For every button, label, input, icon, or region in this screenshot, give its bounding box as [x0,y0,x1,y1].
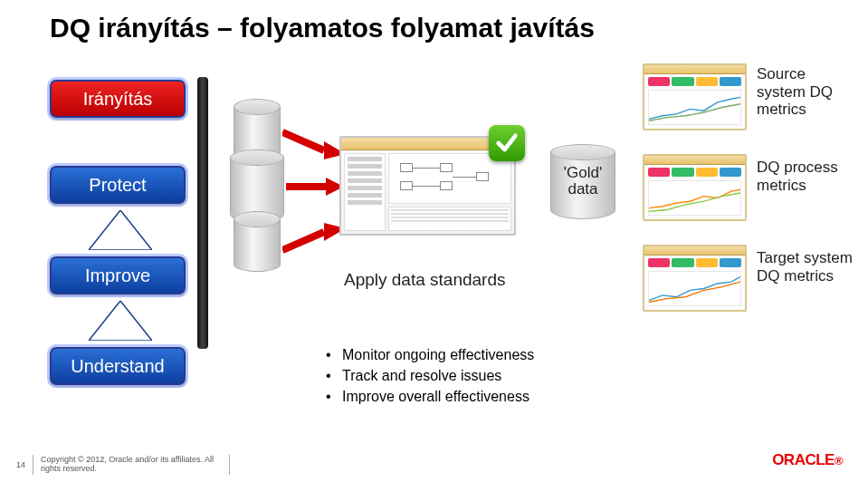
red-arrow-1 [282,129,348,159]
apply-standards-label: Apply data standards [344,270,506,290]
dashboard-thumb-target [643,245,747,312]
title-main: DQ irányítás [50,13,210,43]
stage-protect-label: Protect [89,175,146,196]
stage-improve-label: Improve [85,265,150,286]
cylinder-source-3 [234,219,281,272]
gold-label-1: 'Gold' [550,165,615,181]
bullet-monitor: Monitor ongoing effectiveness [326,344,534,365]
page-number: 14 [16,460,25,469]
svg-line-6 [282,232,324,250]
stage-protect: Protect [50,166,186,204]
arrow-up-1 [89,210,152,250]
understand-bullets: Monitor ongoing effectiveness Track and … [326,344,534,408]
stage-iranyitas-label: Irányítás [83,89,153,110]
checkmark-icon [489,125,525,161]
label-target-metrics: Target system DQ metrics [757,249,856,284]
title-sub: – folyamatos folyamat javítás [217,13,595,43]
label-process-metrics: DQ process metrics [757,159,856,194]
oracle-logo-text: ORACLE [772,451,835,468]
oracle-logo: ORACLE® [772,451,843,469]
copyright-text: Copyright © 2012, Oracle and/or its affi… [41,456,222,474]
label-source-metrics: Source system DQ metrics [757,65,856,119]
dashboard-thumb-process [643,154,747,221]
footer: 14 Copyright © 2012, Oracle and/or its a… [16,455,230,475]
stage-understand: Understand [50,347,186,385]
stage-iranyitas: Irányítás [50,80,186,118]
red-arrow-3 [282,223,348,254]
gold-data-cylinder: 'Gold' data [550,152,615,219]
dashboard-thumb-source [643,63,747,130]
stage-improve: Improve [50,256,186,294]
arrow-up-2 [89,301,152,341]
svg-marker-1 [89,301,152,341]
svg-marker-0 [89,210,152,250]
page-title: DQ irányítás – folyamatos folyamat javít… [50,13,595,43]
red-arrow-2 [286,178,346,196]
footer-divider [33,455,33,475]
gold-label-2: data [550,181,615,198]
bullet-track: Track and resolve issues [326,365,534,386]
footer-divider-2 [229,455,230,475]
bullet-improve: Improve overall effectiveness [326,386,534,407]
svg-line-2 [282,132,324,150]
stage-connector-bar [197,77,208,349]
stage-understand-label: Understand [71,356,164,377]
